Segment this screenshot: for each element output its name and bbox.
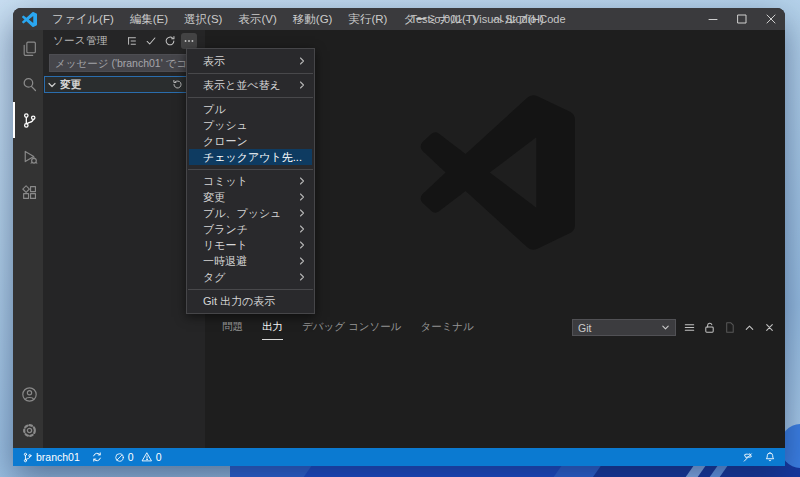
menu-item-label: 表示 <box>203 54 225 69</box>
sidebar-title: ソース管理 <box>53 34 108 48</box>
close-panel-icon[interactable] <box>763 321 776 334</box>
warning-count: 0 <box>156 451 162 463</box>
menu-item-pull-push[interactable]: プル、プッシュ <box>187 205 314 221</box>
discard-changes-icon[interactable] <box>172 79 183 90</box>
menu-item-push[interactable]: プッシュ <box>187 117 314 133</box>
tab-problems[interactable]: 問題 <box>222 315 243 340</box>
menu-item-label: クローン <box>203 134 248 149</box>
maximize-button[interactable] <box>727 8 756 30</box>
activity-bar <box>13 30 43 448</box>
bell-icon[interactable] <box>764 451 776 463</box>
sync-indicator[interactable] <box>91 451 103 463</box>
open-log-file-icon[interactable] <box>723 321 736 334</box>
menu-item-label: ブランチ <box>203 222 248 237</box>
submenu-chevron-icon <box>298 177 306 185</box>
menu-selection[interactable]: 選択(S) <box>176 8 230 30</box>
activity-bar-bottom <box>13 376 43 448</box>
settings-gear-icon[interactable] <box>13 412 43 448</box>
commit-check-icon[interactable] <box>143 33 159 49</box>
chevron-down-icon <box>47 80 57 90</box>
sync-icon <box>91 451 103 463</box>
menu-item-label: プル <box>203 102 226 117</box>
menu-item-clone[interactable]: クローン <box>187 133 314 149</box>
menu-item-label: Git 出力の表示 <box>203 294 275 309</box>
status-bar-right <box>742 451 776 463</box>
clear-output-icon[interactable] <box>683 321 696 334</box>
submenu-chevron-icon <box>298 241 306 249</box>
menu-edit[interactable]: 編集(E) <box>122 8 176 30</box>
menu-separator <box>188 73 313 74</box>
tab-terminal[interactable]: ターミナル <box>420 315 473 340</box>
view-as-tree-icon[interactable] <box>124 33 140 49</box>
branch-indicator[interactable]: branch01 <box>22 451 80 463</box>
minimize-button[interactable] <box>698 8 727 30</box>
submenu-chevron-icon <box>298 193 306 201</box>
window-controls <box>698 8 785 30</box>
problems-indicator[interactable]: 0 0 <box>114 451 162 463</box>
warning-icon <box>141 451 153 463</box>
commit-message-input[interactable] <box>49 54 199 72</box>
tab-output[interactable]: 出力 <box>262 315 283 340</box>
submenu-chevron-icon <box>298 257 306 265</box>
panel-header: 問題 出力 デバッグ コンソール ターミナル Git <box>205 315 785 340</box>
menu-item-label: タグ <box>203 270 226 285</box>
close-button[interactable] <box>756 8 785 30</box>
menu-item-show-git-output[interactable]: Git 出力の表示 <box>187 293 314 309</box>
menu-item-checkout-to[interactable]: チェックアウト先... <box>189 149 312 165</box>
menu-item-label: コミット <box>203 174 248 189</box>
activity-search-icon[interactable] <box>13 66 43 102</box>
source-control-sidebar: ソース管理 <box>43 30 205 448</box>
menu-go[interactable]: 移動(G) <box>285 8 341 30</box>
submenu-chevron-icon <box>298 81 306 89</box>
maximize-panel-icon[interactable] <box>743 321 756 334</box>
changes-label: 変更 <box>60 78 81 92</box>
menu-item-label: チェックアウト先... <box>203 150 302 165</box>
submenu-chevron-icon <box>298 57 306 65</box>
sidebar-header: ソース管理 <box>43 30 205 51</box>
vscode-logo-icon <box>22 12 37 27</box>
menu-item-label: プル、プッシュ <box>203 206 282 221</box>
more-actions-icon[interactable] <box>181 33 197 49</box>
menu-item-label: 表示と並べ替え <box>203 78 281 93</box>
submenu-chevron-icon <box>298 209 306 217</box>
activity-explorer-icon[interactable] <box>13 30 43 66</box>
activity-source-control-icon[interactable] <box>13 102 43 138</box>
menu-file[interactable]: ファイル(F) <box>44 8 122 30</box>
menu-item-view[interactable]: 表示 <box>187 53 314 69</box>
branch-icon <box>22 452 33 463</box>
menu-separator <box>188 169 313 170</box>
vscode-watermark-logo <box>420 95 575 250</box>
error-icon <box>114 452 125 463</box>
menu-item-pull[interactable]: プル <box>187 101 314 117</box>
menu-item-branch[interactable]: ブランチ <box>187 221 314 237</box>
account-icon[interactable] <box>13 376 43 412</box>
refresh-icon[interactable] <box>162 33 178 49</box>
activity-extensions-icon[interactable] <box>13 174 43 210</box>
vscode-window: ファイル(F) 編集(E) 選択(S) 表示(V) 移動(G) 実行(R) ター… <box>13 8 785 466</box>
title-bar: ファイル(F) 編集(E) 選択(S) 表示(V) 移動(G) 実行(R) ター… <box>13 8 785 30</box>
menu-item-view-sort[interactable]: 表示と並べ替え <box>187 77 314 93</box>
submenu-chevron-icon <box>298 225 306 233</box>
activity-run-debug-icon[interactable] <box>13 138 43 174</box>
branch-name: branch01 <box>36 451 80 463</box>
output-channel-value: Git <box>578 322 591 334</box>
panel-actions: Git <box>572 319 785 336</box>
error-count: 0 <box>128 451 134 463</box>
menu-separator <box>188 97 313 98</box>
feedback-icon[interactable] <box>742 451 754 463</box>
lock-scroll-icon[interactable] <box>703 321 716 334</box>
status-bar: branch01 0 0 <box>13 448 785 466</box>
tab-debug-console[interactable]: デバッグ コンソール <box>302 315 401 340</box>
output-channel-select[interactable]: Git <box>572 319 676 336</box>
changes-section-header[interactable]: 変更 <box>44 76 204 93</box>
menu-item-tags[interactable]: タグ <box>187 269 314 285</box>
menu-item-stash[interactable]: 一時退避 <box>187 253 314 269</box>
menu-item-label: リモート <box>203 238 248 253</box>
menu-separator <box>188 289 313 290</box>
menu-item-commit[interactable]: コミット <box>187 173 314 189</box>
menu-item-label: 一時退避 <box>203 254 247 269</box>
menu-view[interactable]: 表示(V) <box>230 8 284 30</box>
menu-item-changes[interactable]: 変更 <box>187 189 314 205</box>
menu-item-remote[interactable]: リモート <box>187 237 314 253</box>
bottom-panel: 問題 出力 デバッグ コンソール ターミナル Git <box>205 315 785 448</box>
